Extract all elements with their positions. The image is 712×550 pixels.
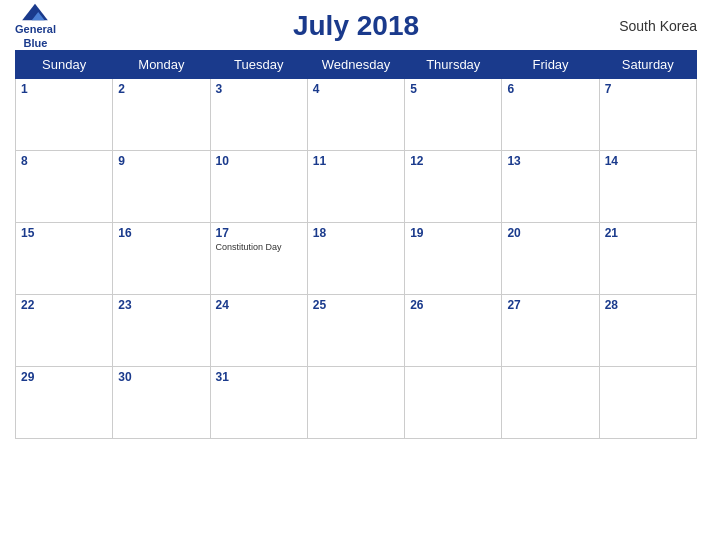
calendar-cell: 3 <box>210 79 307 151</box>
calendar-cell: 10 <box>210 151 307 223</box>
calendar-cell: 11 <box>307 151 404 223</box>
calendar-cell: 8 <box>16 151 113 223</box>
date-number: 19 <box>410 226 496 240</box>
calendar-cell: 25 <box>307 295 404 367</box>
date-number: 14 <box>605 154 691 168</box>
header-tuesday: Tuesday <box>210 51 307 79</box>
logo-line1: General <box>15 23 56 36</box>
calendar-cell: 13 <box>502 151 599 223</box>
calendar-cell: 5 <box>405 79 502 151</box>
date-number: 5 <box>410 82 496 96</box>
date-number: 26 <box>410 298 496 312</box>
header-thursday: Thursday <box>405 51 502 79</box>
date-number: 16 <box>118 226 204 240</box>
header-sunday: Sunday <box>16 51 113 79</box>
header-friday: Friday <box>502 51 599 79</box>
calendar-cell: 12 <box>405 151 502 223</box>
calendar-cell: 24 <box>210 295 307 367</box>
holiday-label: Constitution Day <box>216 242 302 254</box>
calendar-cell <box>502 367 599 439</box>
logo: General Blue <box>15 2 56 49</box>
date-number: 15 <box>21 226 107 240</box>
date-number: 7 <box>605 82 691 96</box>
date-number: 24 <box>216 298 302 312</box>
calendar-cell: 14 <box>599 151 696 223</box>
week-row-4: 22232425262728 <box>16 295 697 367</box>
calendar-cell: 19 <box>405 223 502 295</box>
date-number: 6 <box>507 82 593 96</box>
calendar-cell: 23 <box>113 295 210 367</box>
day-headers-row: Sunday Monday Tuesday Wednesday Thursday… <box>16 51 697 79</box>
calendar-cell <box>599 367 696 439</box>
calendar-cell: 21 <box>599 223 696 295</box>
date-number: 3 <box>216 82 302 96</box>
date-number: 30 <box>118 370 204 384</box>
date-number: 4 <box>313 82 399 96</box>
calendar-cell: 18 <box>307 223 404 295</box>
calendar-container: General Blue July 2018 South Korea Sunda… <box>0 0 712 550</box>
week-row-3: 151617Constitution Day18192021 <box>16 223 697 295</box>
calendar-cell: 9 <box>113 151 210 223</box>
calendar-header: General Blue July 2018 South Korea <box>15 10 697 42</box>
logo-line2: Blue <box>24 37 48 50</box>
date-number: 21 <box>605 226 691 240</box>
date-number: 10 <box>216 154 302 168</box>
date-number: 29 <box>21 370 107 384</box>
calendar-cell: 20 <box>502 223 599 295</box>
calendar-cell: 26 <box>405 295 502 367</box>
calendar-cell: 27 <box>502 295 599 367</box>
calendar-cell: 28 <box>599 295 696 367</box>
calendar-cell <box>405 367 502 439</box>
calendar-cell: 6 <box>502 79 599 151</box>
date-number: 22 <box>21 298 107 312</box>
header-monday: Monday <box>113 51 210 79</box>
date-number: 2 <box>118 82 204 96</box>
date-number: 27 <box>507 298 593 312</box>
date-number: 1 <box>21 82 107 96</box>
date-number: 13 <box>507 154 593 168</box>
calendar-title: July 2018 <box>293 10 419 42</box>
calendar-cell: 17Constitution Day <box>210 223 307 295</box>
date-number: 17 <box>216 226 302 240</box>
date-number: 18 <box>313 226 399 240</box>
calendar-cell: 30 <box>113 367 210 439</box>
calendar-cell: 2 <box>113 79 210 151</box>
calendar-cell: 29 <box>16 367 113 439</box>
week-row-5: 293031 <box>16 367 697 439</box>
calendar-cell: 16 <box>113 223 210 295</box>
date-number: 28 <box>605 298 691 312</box>
calendar-cell: 1 <box>16 79 113 151</box>
date-number: 31 <box>216 370 302 384</box>
calendar-cell <box>307 367 404 439</box>
calendar-cell: 22 <box>16 295 113 367</box>
calendar-cell: 31 <box>210 367 307 439</box>
header-wednesday: Wednesday <box>307 51 404 79</box>
calendar-cell: 15 <box>16 223 113 295</box>
week-row-1: 1234567 <box>16 79 697 151</box>
date-number: 12 <box>410 154 496 168</box>
date-number: 25 <box>313 298 399 312</box>
calendar-cell: 7 <box>599 79 696 151</box>
date-number: 11 <box>313 154 399 168</box>
calendar-cell: 4 <box>307 79 404 151</box>
date-number: 23 <box>118 298 204 312</box>
date-number: 8 <box>21 154 107 168</box>
date-number: 9 <box>118 154 204 168</box>
week-row-2: 891011121314 <box>16 151 697 223</box>
header-saturday: Saturday <box>599 51 696 79</box>
calendar-grid: Sunday Monday Tuesday Wednesday Thursday… <box>15 50 697 439</box>
date-number: 20 <box>507 226 593 240</box>
country-label: South Korea <box>619 18 697 34</box>
